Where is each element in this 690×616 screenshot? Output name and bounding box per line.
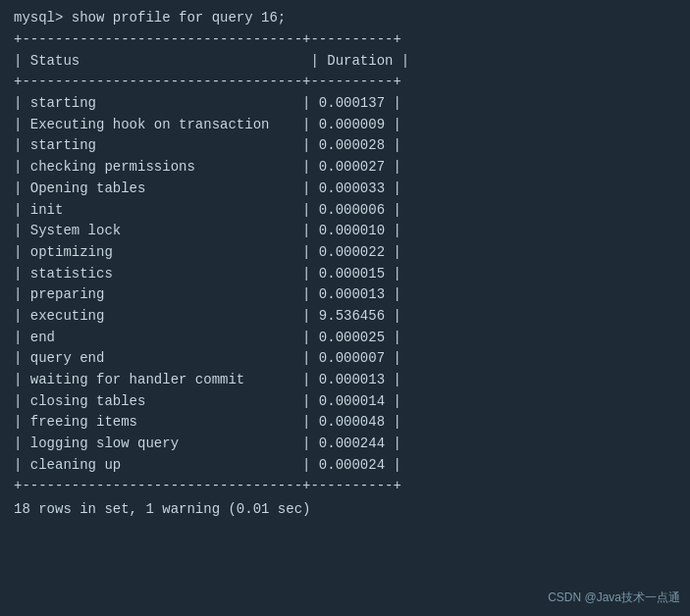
table-header: | Status | Duration |	[14, 51, 676, 73]
table-row: | freeing items | 0.000048 |	[14, 412, 676, 434]
table-row: | init | 0.000006 |	[14, 200, 676, 222]
table-row: | Executing hook on transaction | 0.0000…	[14, 115, 676, 136]
terminal: mysql> show profile for query 16; +-----…	[0, 0, 690, 616]
table-row: | Opening tables | 0.000033 |	[14, 179, 676, 200]
table-row: | end | 0.000025 |	[14, 328, 676, 349]
table-row: | starting | 0.000028 |	[14, 135, 676, 157]
table-row: | waiting for handler commit | 0.000013 …	[14, 370, 676, 391]
table-row: | preparing | 0.000013 |	[14, 284, 676, 306]
footer: 18 rows in set, 1 warning (0.01 sec)	[14, 501, 676, 517]
table-row: | System lock | 0.000010 |	[14, 221, 676, 242]
table-row: | logging slow query | 0.000244 |	[14, 434, 676, 455]
separator-top: +----------------------------------+----…	[14, 29, 676, 51]
command-line: mysql> show profile for query 16;	[14, 10, 676, 26]
watermark: CSDN @Java技术一点通	[548, 590, 680, 606]
table-row: | optimizing | 0.000022 |	[14, 242, 676, 264]
table-row: | cleaning up | 0.000024 |	[14, 455, 676, 477]
table-body: | starting | 0.000137 || Executing hook …	[14, 93, 676, 476]
table-row: | checking permissions | 0.000027 |	[14, 157, 676, 179]
separator-bottom: +----------------------------------+----…	[14, 476, 676, 497]
table-row: | query end | 0.000007 |	[14, 348, 676, 370]
separator-mid: +----------------------------------+----…	[14, 72, 676, 93]
table-row: | starting | 0.000137 |	[14, 93, 676, 115]
table-row: | statistics | 0.000015 |	[14, 264, 676, 285]
table-row: | executing | 9.536456 |	[14, 306, 676, 328]
table-row: | closing tables | 0.000014 |	[14, 391, 676, 413]
